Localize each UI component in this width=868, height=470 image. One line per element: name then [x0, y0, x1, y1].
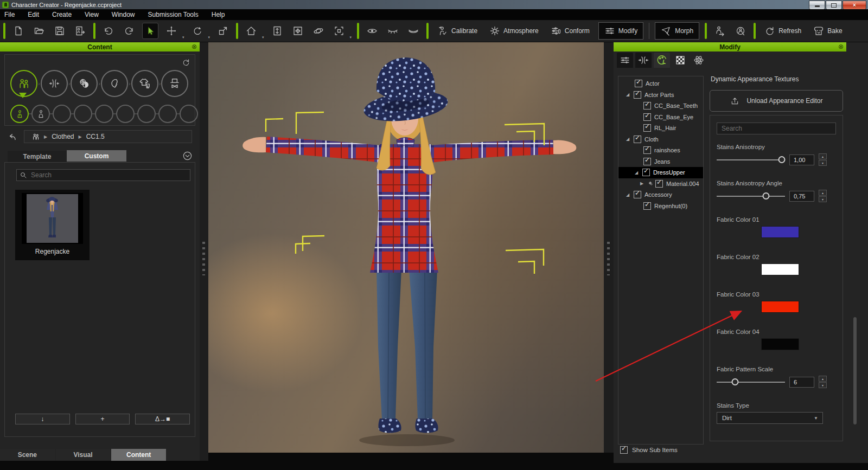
slider-control[interactable] [717, 192, 785, 200]
tree-expander-icon[interactable]: ◢ [626, 192, 634, 197]
open-project-button[interactable] [31, 23, 47, 38]
stage-accessory-button[interactable] [161, 70, 188, 97]
fit-all-button[interactable] [290, 23, 305, 38]
morph-button[interactable]: Morph [655, 22, 699, 40]
visibility-checkbox[interactable] [643, 158, 651, 165]
save-project-button[interactable] [52, 23, 67, 38]
visibility-checkbox[interactable] [643, 124, 651, 132]
substage-empty-button[interactable] [95, 105, 113, 123]
export-character-button[interactable] [712, 23, 727, 38]
conform-button[interactable]: Conform [547, 23, 593, 38]
tree-node[interactable]: Regenhut(0) [618, 201, 703, 212]
visibility-checkbox[interactable] [655, 180, 663, 188]
show-sub-items[interactable]: Show Sub Items [620, 446, 678, 454]
color-swatch[interactable] [761, 338, 799, 350]
left-splitter[interactable] [200, 42, 208, 461]
tab-material[interactable]: L [654, 53, 670, 68]
slider-control[interactable] [717, 156, 785, 164]
fit-vertical-button[interactable] [270, 23, 285, 38]
tree-node[interactable]: Actor [618, 78, 703, 89]
slider-thumb[interactable] [762, 192, 769, 199]
export-character-image-button[interactable] [73, 23, 88, 38]
parameter-search-input[interactable] [717, 123, 836, 134]
content-action-button[interactable]: + [75, 414, 130, 424]
select-tool-button[interactable] [142, 23, 158, 39]
substage-empty-button[interactable] [137, 105, 156, 123]
substage-empty-button[interactable] [53, 105, 71, 123]
dock-tab[interactable]: Scene [0, 449, 55, 461]
move-tool-caret[interactable]: ▾ [182, 35, 184, 42]
menu-item[interactable]: File [4, 11, 15, 18]
show-sub-items-checkbox[interactable] [620, 446, 628, 454]
tree-node[interactable]: rainshoes [618, 145, 703, 156]
visibility-checkbox[interactable] [635, 80, 642, 87]
tree-node[interactable]: CC_Base_Teeth [618, 100, 703, 112]
bake-button[interactable]: Bake [810, 23, 845, 38]
tree-node[interactable]: ◢ Accessory [618, 189, 703, 201]
rotate-tool-caret[interactable]: ▾ [208, 35, 210, 42]
spin-up-button[interactable]: ▲ [819, 376, 827, 382]
restore-button[interactable] [826, 1, 842, 10]
new-project-button[interactable] [11, 23, 26, 38]
move-tool-button[interactable] [164, 23, 179, 38]
visibility-checkbox[interactable] [634, 136, 641, 143]
avatar-proportion-button[interactable] [733, 23, 748, 38]
content-action-button[interactable]: ↓ [15, 414, 70, 424]
stains-type-dropdown[interactable]: Dirt [717, 412, 823, 424]
visibility-checkbox[interactable] [643, 146, 651, 154]
right-splitter-grip[interactable] [607, 242, 610, 275]
slider-value[interactable]: 6 [789, 377, 814, 388]
home-view-caret[interactable]: ▾ [262, 35, 264, 42]
refresh-button[interactable]: Refresh [761, 23, 805, 38]
collapse-chevron-icon[interactable] [182, 151, 193, 161]
rotate-tool-button[interactable] [190, 23, 205, 38]
tree-expander-icon[interactable]: ◢ [626, 92, 634, 97]
tab-custom[interactable]: Custom [67, 150, 126, 162]
substage-empty-button[interactable] [180, 105, 198, 123]
show-partial-button[interactable] [385, 23, 400, 38]
slider-value[interactable]: 1,00 [789, 154, 814, 165]
tree-node[interactable]: Jeans [618, 156, 703, 168]
menu-item[interactable]: View [85, 11, 99, 18]
viewport-3d[interactable] [208, 42, 604, 453]
visibility-checkbox[interactable] [643, 113, 651, 121]
show-all-button[interactable] [365, 23, 380, 38]
stage-head-button[interactable] [101, 70, 128, 97]
hide-all-button[interactable] [406, 23, 421, 38]
content-thumbnail[interactable]: Regenjacke [15, 190, 90, 260]
dock-tab[interactable]: Content [111, 449, 166, 461]
tab-conform[interactable] [635, 53, 652, 68]
spin-up-button[interactable]: ▲ [819, 190, 827, 196]
minimize-button[interactable] [809, 1, 825, 10]
menu-item[interactable]: Window [112, 11, 135, 18]
substage-nude-button[interactable] [31, 105, 50, 123]
dock-tab[interactable]: Visual [56, 449, 111, 461]
frame-selection-caret[interactable]: ▾ [350, 35, 352, 42]
visibility-checkbox[interactable] [634, 191, 641, 198]
color-swatch[interactable] [761, 301, 799, 313]
menu-item[interactable]: Submission Tools [148, 11, 199, 18]
reset-workflow-icon[interactable] [182, 58, 190, 67]
content-action-button[interactable]: Δ→■ [135, 414, 190, 424]
tab-attributes[interactable] [617, 53, 633, 68]
substage-clothed-button[interactable] [10, 105, 29, 123]
visibility-checkbox[interactable] [643, 202, 651, 210]
tree-node[interactable]: CC_Base_Eye [618, 112, 703, 123]
tree-node[interactable]: ▶ Material.004 [618, 178, 703, 190]
spin-up-button[interactable]: ▲ [819, 153, 827, 159]
modify-button[interactable]: Modify [598, 22, 643, 40]
atmosphere-button[interactable]: Atmosphere [486, 23, 542, 38]
modify-panel-header[interactable]: Modify ⊗ [614, 42, 846, 51]
substage-empty-button[interactable] [158, 105, 177, 123]
slider-thumb[interactable] [778, 156, 785, 163]
tree-node[interactable]: ◢ Actor Parts [618, 89, 703, 101]
left-splitter-grip[interactable] [202, 242, 205, 275]
breadcrumb-item-clothed[interactable]: Clothed [52, 133, 74, 140]
unload-appearance-button[interactable]: Unload Appearance Editor [710, 90, 843, 112]
redo-button[interactable] [122, 23, 137, 38]
breadcrumb-item-cc15[interactable]: CC1.5 [86, 133, 105, 140]
stage-avatar-button[interactable] [10, 70, 37, 97]
stage-morph-button[interactable] [41, 70, 68, 97]
breadcrumb-back-icon[interactable] [7, 132, 17, 142]
spin-down-button[interactable]: ▼ [819, 382, 827, 388]
